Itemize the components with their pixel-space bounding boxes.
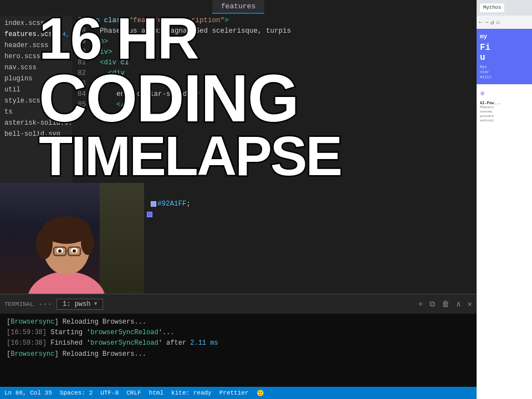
code-line-80: 80 <div> [72, 47, 477, 58]
browser-tab-name: Mythos [483, 5, 501, 11]
svg-point-11 [58, 249, 62, 253]
browser-tab[interactable]: Mythos [480, 3, 504, 12]
chevron-down-icon: ▼ [94, 301, 97, 307]
preview-hero-text: Fiu [480, 43, 529, 63]
svg-point-12 [73, 249, 76, 253]
preview-header: my Fiu Mytstarmilli [477, 29, 532, 84]
file-item-util[interactable]: util [0, 84, 72, 95]
file-item[interactable]: index.scss [0, 18, 72, 29]
features-tab[interactable]: features [212, 0, 264, 14]
terminal-area: TERMINAL ··· 1: pwsh ▼ + ⧉ 🗑 ∧ ✕ [Browse… [0, 294, 477, 387]
feature-desc: Phasellconseqposuerevehicul [480, 105, 529, 122]
svg-point-5 [81, 231, 94, 255]
feature-title: AI-Pow... [480, 101, 529, 105]
refresh-icon[interactable]: ↺ [490, 19, 494, 26]
features-tab-label: features [221, 2, 255, 11]
webcam-person [0, 183, 144, 294]
code-line-77: 77 <p class="features__description"> [72, 16, 477, 26]
code-line-85: 85 </di [72, 100, 477, 110]
add-terminal-icon[interactable]: + [418, 300, 423, 309]
browser-preview: Mythos ← → ↺ ⌂ my Fiu Mytstarmilli ✳ AI-… [477, 0, 532, 399]
file-item-features[interactable]: features.scss 4, U [0, 29, 72, 40]
preview-sub-text: Mytstarmilli [480, 65, 529, 80]
chevron-up-icon[interactable]: ∧ [456, 299, 461, 309]
file-item-hero[interactable]: hero.scss M [0, 51, 72, 62]
terminal-line-3: [16:59:38] Finished 'browserSyncReload' … [7, 338, 470, 349]
back-icon[interactable]: ← [479, 19, 483, 25]
person-svg [0, 183, 144, 294]
status-bar: Ln 86, Col 35 Spaces: 2 UTF-8 CRLF html … [0, 387, 477, 399]
feature-icon: ✳ [480, 88, 529, 99]
status-spaces: Spaces: 2 [60, 390, 93, 396]
terminal-shell-selector[interactable]: 1: pwsh ▼ [57, 299, 103, 310]
code-line-82: 82 <div [72, 68, 477, 79]
terminal-more-icon[interactable]: ··· [38, 300, 52, 309]
browser-chrome: Mythos [477, 0, 532, 16]
shell-name: 1: pwsh [63, 300, 90, 308]
status-language: html [149, 390, 163, 396]
status-kite: kite: ready [171, 390, 212, 396]
code-line-84: 84 ents-dollar-solid.sv [72, 89, 477, 100]
split-terminal-icon[interactable]: ⧉ [429, 300, 435, 309]
code-line-78: 78 Phasellus ac mi magna. Sed scelerisqu… [72, 26, 477, 37]
status-line-ending: CRLF [126, 390, 141, 396]
preview-feature: ✳ AI-Pow... Phasellconseqposuerevehicul [477, 84, 532, 126]
home-icon[interactable]: ⌂ [497, 19, 500, 25]
terminal-line-2: [16:59:38] Starting 'browserSyncReload'.… [7, 328, 470, 338]
file-item-nav[interactable]: nav.scss [0, 62, 72, 73]
browser-content: my Fiu Mytstarmilli ✳ AI-Pow... Phasellc… [477, 29, 532, 399]
trash-icon[interactable]: 🗑 [442, 300, 449, 309]
file-item-style[interactable]: style.scss [0, 95, 72, 106]
file-item-header[interactable]: header.scss [0, 40, 72, 51]
status-prettier: Prettier [219, 390, 249, 396]
webcam-overlay [0, 183, 144, 294]
file-item-ts[interactable]: ts [0, 106, 72, 117]
preview-logo: my [480, 33, 529, 40]
svg-point-4 [36, 228, 53, 259]
status-emoji: 🙂 [257, 390, 264, 397]
file-item-asterisk[interactable]: asterisk-solid.s... [0, 117, 72, 129]
file-item-bell[interactable]: bell-solid.svg [0, 129, 72, 140]
code-line-83: 83 <im [72, 79, 477, 89]
code-line-79: 79 </p> [72, 37, 477, 47]
terminal-content: [Browsersync] Reloading Browsers... [16:… [0, 314, 477, 363]
terminal-line-4: [Browsersync] Reloading Browsers... [7, 349, 470, 360]
close-icon[interactable]: ✕ [468, 299, 472, 309]
main-container: features index.scss features.scss 4, U h… [0, 0, 532, 399]
status-position: Ln 86, Col 35 [4, 390, 52, 396]
status-encoding: UTF-8 [100, 390, 119, 396]
browser-nav: ← → ↺ ⌂ [477, 16, 532, 29]
terminal-tabs: TERMINAL ··· 1: pwsh ▼ + ⧉ 🗑 ∧ ✕ [0, 294, 477, 314]
terminal-line-1: [Browsersync] Reloading Browsers... [7, 317, 470, 328]
file-item-plugins[interactable]: plugins [0, 73, 72, 84]
terminal-icons: + ⧉ 🗑 ∧ ✕ [418, 299, 472, 309]
forward-icon[interactable]: → [485, 19, 489, 25]
terminal-label: TERMINAL [4, 301, 34, 308]
code-line-81: 81 <div cl [72, 58, 477, 68]
